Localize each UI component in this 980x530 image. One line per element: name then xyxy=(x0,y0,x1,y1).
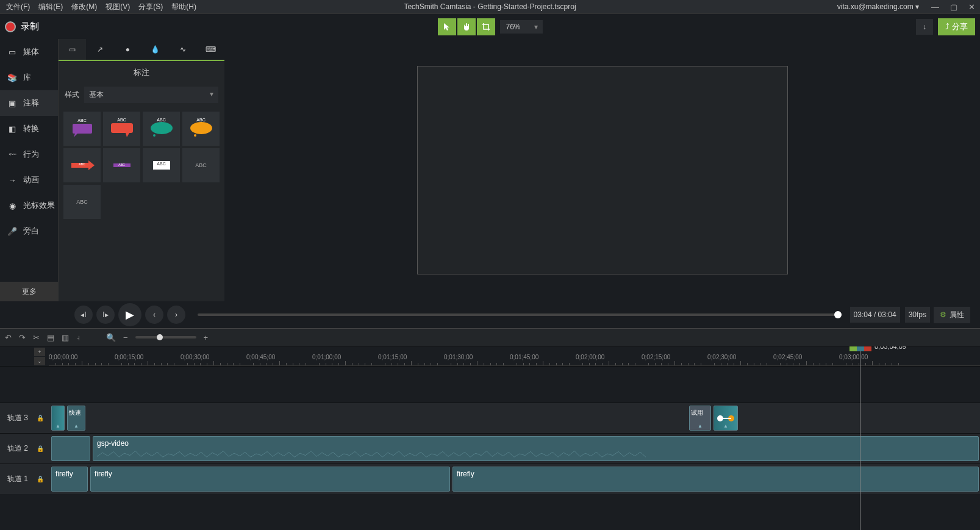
prev-frame-button[interactable]: ◂I xyxy=(74,306,93,324)
minimize-button[interactable]: — xyxy=(931,2,939,12)
track-header-3[interactable]: 轨道 3🔒 xyxy=(0,403,49,433)
callout-icon: ▭ xyxy=(69,45,76,54)
sidebar-item-annotations[interactable]: ▣注释 xyxy=(0,90,58,116)
animations-icon: → xyxy=(7,176,17,185)
track-row-1[interactable]: firefly firefly firefly xyxy=(49,464,980,494)
playhead[interactable]: 0;03;04;09 xyxy=(860,346,860,530)
sidebar-item-narration[interactable]: 🎤旁白 xyxy=(0,218,58,244)
user-account[interactable]: vita.xu@makeding.com ▾ xyxy=(837,2,919,11)
panel-tab-arrows[interactable]: ↗ xyxy=(86,39,113,60)
media-icon: ▭ xyxy=(7,48,17,57)
maximize-button[interactable]: ▢ xyxy=(950,2,957,12)
panel-tab-sketch[interactable]: ∿ xyxy=(169,39,196,60)
share-icon: ⤴ xyxy=(945,22,950,31)
annotations-icon: ▣ xyxy=(7,99,17,108)
collapse-tracks-button[interactable]: ⌄ xyxy=(34,357,45,365)
arrow-icon: ↗ xyxy=(97,45,103,54)
clip[interactable]: ▲ xyxy=(51,406,65,431)
clip-firefly[interactable]: firefly xyxy=(90,467,450,492)
svg-marker-1 xyxy=(74,134,77,137)
canvas-viewport[interactable] xyxy=(224,39,980,301)
prev-clip-button[interactable]: ‹ xyxy=(145,306,163,324)
sidebar-more[interactable]: 更多 xyxy=(0,282,58,301)
download-button[interactable]: ↓ xyxy=(916,19,933,35)
callout-grid: ABC ABC ABC ABC ABC ABC ABC ABC ABC xyxy=(59,107,224,224)
paste-button[interactable]: ▥ xyxy=(62,333,69,342)
record-button[interactable]: 录制 xyxy=(5,21,39,32)
menu-modify[interactable]: 修改(M) xyxy=(71,2,97,12)
next-frame-button[interactable]: I▸ xyxy=(96,306,115,324)
sidebar-item-library[interactable]: 📚库 xyxy=(0,65,58,90)
sidebar-item-transitions[interactable]: ◧转换 xyxy=(0,116,58,141)
playback-bar: ◂I I▸ ▶ ‹ › 03:04 / 03:04 30fps ⚙属性 xyxy=(0,301,980,328)
callout-item[interactable]: ABC xyxy=(103,148,140,182)
close-button[interactable]: ✕ xyxy=(968,2,975,12)
crop-tool[interactable] xyxy=(476,18,495,35)
callout-item[interactable]: ABC xyxy=(182,148,220,182)
sidebar: ▭媒体 📚库 ▣注释 ◧转换 ⬳行为 →动画 ◉光标效果 🎤旁白 更多 xyxy=(0,39,59,301)
track-header-2[interactable]: 轨道 2🔒 xyxy=(0,433,49,464)
sidebar-item-behaviors[interactable]: ⬳行为 xyxy=(0,141,58,167)
sidebar-item-media[interactable]: ▭媒体 xyxy=(0,39,58,65)
mic-icon: 🎤 xyxy=(7,227,17,236)
clip[interactable]: 试用▲ xyxy=(689,406,711,431)
sidebar-item-animations[interactable]: →动画 xyxy=(0,167,58,193)
menu-edit[interactable]: 编辑(E) xyxy=(38,2,63,12)
callout-item[interactable]: ABC xyxy=(103,112,140,146)
sidebar-item-cursor-effects[interactable]: ◉光标效果 xyxy=(0,193,58,218)
zoom-handle[interactable] xyxy=(157,334,163,340)
clip[interactable]: 快速▲ xyxy=(67,406,85,431)
pan-tool[interactable] xyxy=(457,18,475,35)
callout-item[interactable]: ABC xyxy=(143,112,180,146)
copy-button[interactable]: ▤ xyxy=(47,333,54,342)
style-select[interactable]: 基本 xyxy=(84,87,218,103)
callout-item[interactable]: ABC xyxy=(63,112,101,146)
panel-tab-shapes[interactable]: ● xyxy=(114,39,141,60)
playback-slider[interactable] xyxy=(198,313,838,316)
clip[interactable]: ▲ xyxy=(714,406,738,431)
properties-button[interactable]: ⚙属性 xyxy=(934,307,970,323)
lock-icon[interactable]: 🔒 xyxy=(37,445,44,452)
clip-firefly[interactable]: firefly xyxy=(452,467,979,492)
clip-firefly[interactable]: firefly xyxy=(51,467,88,492)
playback-time: 03:04 / 03:04 xyxy=(850,307,900,323)
playback-fps[interactable]: 30fps xyxy=(905,307,930,323)
share-button[interactable]: ⤴分享 xyxy=(938,18,975,35)
add-track-button[interactable]: + xyxy=(34,348,45,356)
select-tool[interactable] xyxy=(437,18,456,35)
undo-button[interactable]: ↶ xyxy=(5,333,12,342)
playback-handle[interactable] xyxy=(834,311,842,318)
callout-item[interactable]: ABC xyxy=(182,112,220,146)
zoom-slider[interactable] xyxy=(135,336,196,338)
menu-help[interactable]: 帮助(H) xyxy=(171,2,196,12)
svg-point-7 xyxy=(194,134,196,137)
zoom-fit-button[interactable]: 🔍 xyxy=(106,333,116,342)
track-row-2[interactable]: gsp-video xyxy=(49,433,980,464)
menu-view[interactable]: 视图(V) xyxy=(106,2,130,12)
redo-button[interactable]: ↷ xyxy=(19,333,26,342)
callout-item[interactable]: ABC xyxy=(63,185,101,219)
timeline-ruler[interactable]: 0;00;00;000;00;15;000;00;30;000;00;45;00… xyxy=(49,346,980,366)
play-button[interactable]: ▶ xyxy=(118,303,141,326)
zoom-in-button[interactable]: + xyxy=(204,333,209,342)
callout-item[interactable]: ABC xyxy=(143,148,180,182)
track-area[interactable]: 0;00;00;000;00;15;000;00;30;000;00;45;00… xyxy=(49,346,980,530)
menu-file[interactable]: 文件(F) xyxy=(6,2,30,12)
panel-tab-keystroke[interactable]: ⌨ xyxy=(197,39,224,60)
zoom-select[interactable]: 76% xyxy=(499,20,542,34)
canvas[interactable] xyxy=(417,66,788,274)
split-button[interactable]: ⫞ xyxy=(76,333,80,342)
panel-tab-blur[interactable]: 💧 xyxy=(141,39,169,60)
track-row-3[interactable]: ▲ 快速▲ 试用▲ ▲ xyxy=(49,403,980,433)
clip[interactable] xyxy=(51,436,90,461)
cut-button[interactable]: ✂ xyxy=(33,333,40,342)
clip-gsp-video[interactable]: gsp-video xyxy=(93,436,979,461)
next-clip-button[interactable]: › xyxy=(167,306,185,324)
panel-tab-callouts[interactable]: ▭ xyxy=(59,39,86,60)
menu-share[interactable]: 分享(S) xyxy=(138,2,163,12)
zoom-out-button[interactable]: − xyxy=(123,333,128,342)
lock-icon[interactable]: 🔒 xyxy=(37,415,44,421)
callout-item[interactable]: ABC xyxy=(63,148,101,182)
lock-icon[interactable]: 🔒 xyxy=(37,476,44,482)
track-header-1[interactable]: 轨道 1🔒 xyxy=(0,464,49,494)
